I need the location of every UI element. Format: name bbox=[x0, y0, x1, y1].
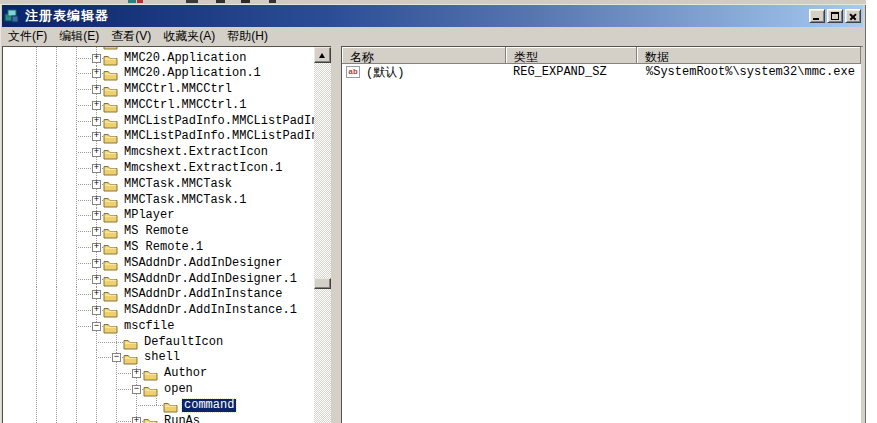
tree-item-label[interactable]: Author bbox=[162, 367, 209, 380]
tree-item[interactable]: +MSAddnDr.AddInDesigner.1 bbox=[3, 272, 314, 288]
tree-guide-line bbox=[76, 272, 77, 288]
tree-item-label[interactable]: Mmcshext.ExtractIcon.1 bbox=[122, 162, 284, 175]
tree-item[interactable]: +MMCCtrl.MMCCtrl.1 bbox=[3, 98, 314, 114]
minimize-button[interactable] bbox=[809, 9, 825, 23]
tree-item-label[interactable]: MSAddnDr.AddInInstance.1 bbox=[122, 304, 299, 317]
tree-guide-line bbox=[76, 240, 77, 256]
expand-plus-icon[interactable]: + bbox=[92, 211, 101, 220]
tree-item[interactable]: −open bbox=[3, 382, 314, 398]
value-row[interactable]: ab(默认)REG_EXPAND_SZ%SystemRoot%\system32… bbox=[342, 64, 861, 80]
column-header-type[interactable]: 类型 bbox=[506, 47, 637, 64]
tree-item[interactable]: command bbox=[3, 398, 314, 414]
menu-item-edit[interactable]: 编辑(E) bbox=[53, 26, 105, 47]
tree-guide-line bbox=[36, 240, 37, 256]
collapse-minus-icon[interactable]: − bbox=[132, 385, 141, 394]
expand-plus-icon[interactable]: + bbox=[92, 290, 101, 299]
expand-plus-icon[interactable]: + bbox=[92, 259, 101, 268]
expand-plus-icon[interactable]: + bbox=[132, 369, 141, 378]
expand-plus-icon[interactable]: + bbox=[92, 54, 101, 63]
window-title: 注册表编辑器 bbox=[25, 7, 109, 25]
tree-item-label[interactable]: MS Remote.1 bbox=[122, 241, 205, 254]
tree-item[interactable]: +MMCTask.MMCTask.1 bbox=[3, 193, 314, 209]
menu-item-file[interactable]: 文件(F) bbox=[2, 26, 53, 47]
close-button[interactable] bbox=[845, 9, 861, 23]
expand-plus-icon[interactable]: + bbox=[132, 417, 141, 423]
expand-plus-icon[interactable]: + bbox=[92, 132, 101, 141]
maximize-button[interactable] bbox=[827, 9, 843, 23]
tree-item-label[interactable]: MS Remote bbox=[122, 225, 191, 238]
expand-plus-icon[interactable]: + bbox=[92, 227, 101, 236]
tree-item[interactable]: −mscfile bbox=[3, 319, 314, 335]
tree-item-label[interactable]: shell bbox=[142, 351, 182, 364]
tree-item[interactable]: +Mmcshext.ExtractIcon bbox=[3, 145, 314, 161]
tree-guide-line bbox=[96, 382, 97, 398]
tree-item[interactable]: +MS Remote.1 bbox=[3, 240, 314, 256]
tree-guide-line bbox=[76, 129, 77, 145]
collapse-minus-icon[interactable]: − bbox=[92, 322, 101, 331]
tree-item-label[interactable]: DefaultIcon bbox=[142, 336, 225, 349]
expand-plus-icon[interactable]: + bbox=[92, 243, 101, 252]
expand-plus-icon[interactable]: + bbox=[92, 85, 101, 94]
tree-item[interactable]: +MSAddnDr.AddInDesigner bbox=[3, 256, 314, 272]
column-header-data[interactable]: 数据 bbox=[637, 47, 861, 64]
column-header-name[interactable]: 名称 bbox=[342, 47, 506, 64]
tree-item-label[interactable]: MMCCtrl.MMCCtrl bbox=[122, 83, 234, 96]
expand-plus-icon[interactable]: + bbox=[92, 101, 101, 110]
tree-item[interactable]: +MMCListPadInfo.MMCListPadInfo.1 bbox=[3, 129, 314, 145]
tree-item-label[interactable]: MMC20.Application.1 bbox=[122, 67, 263, 80]
tree-item[interactable]: +Mmcshext.ExtractIcon.1 bbox=[3, 161, 314, 177]
tree-item-label[interactable]: MSAddnDr.AddInDesigner bbox=[122, 257, 284, 270]
expand-plus-icon[interactable]: + bbox=[92, 117, 101, 126]
tree-item[interactable]: DefaultIcon bbox=[3, 335, 314, 351]
tree-item-label[interactable]: Mmcshext.ExtractIcon bbox=[122, 146, 270, 159]
tree-item[interactable]: +MPlayer bbox=[3, 208, 314, 224]
tree-item-label[interactable]: MSAddnDr.AddInDesigner.1 bbox=[122, 273, 299, 286]
expand-plus-icon[interactable]: + bbox=[92, 180, 101, 189]
tree-item-label[interactable]: MMCListPadInfo.MMCListPadInfo bbox=[122, 115, 314, 128]
tree-item-label[interactable]: MMCTask.MMCTask bbox=[122, 178, 234, 191]
tree-item-label[interactable]: RunAs bbox=[162, 415, 202, 423]
tree-item-label[interactable]: MPlayer bbox=[122, 209, 176, 222]
expand-plus-icon[interactable]: + bbox=[92, 69, 101, 78]
tree-item[interactable]: +Author bbox=[3, 366, 314, 382]
tree-item[interactable]: −shell bbox=[3, 350, 314, 366]
tree-item[interactable]: +MMCCtrl.MMCCtrl bbox=[3, 82, 314, 98]
tree-item[interactable]: +MMC20.Application bbox=[3, 51, 314, 67]
tree-guide-line bbox=[56, 398, 57, 414]
expand-plus-icon[interactable]: + bbox=[92, 164, 101, 173]
tree-item-label-selected[interactable]: command bbox=[182, 399, 236, 412]
tree-item[interactable]: +MSAddnDr.AddInInstance bbox=[3, 287, 314, 303]
tree-item-label[interactable]: open bbox=[162, 383, 195, 396]
tree-guide-line bbox=[116, 414, 117, 423]
tree-item-label[interactable]: mscfile bbox=[122, 320, 176, 333]
value-name[interactable]: (默认) bbox=[366, 64, 404, 81]
expand-plus-icon[interactable]: + bbox=[92, 306, 101, 315]
folder-icon bbox=[103, 130, 118, 143]
menu-item-favorites[interactable]: 收藏夹(A) bbox=[157, 26, 221, 47]
tree-item-label[interactable]: MMCListPadInfo.MMCListPadInfo.1 bbox=[122, 130, 314, 143]
menu-item-view[interactable]: 查看(V) bbox=[105, 26, 157, 47]
tree-guide-line bbox=[56, 303, 57, 319]
menu-item-help[interactable]: 帮助(H) bbox=[221, 26, 274, 47]
tree-guide-line bbox=[56, 350, 57, 366]
expand-plus-icon[interactable]: + bbox=[92, 275, 101, 284]
tree-item[interactable]: +RunAs bbox=[3, 414, 314, 423]
tree-item[interactable]: +MSAddnDr.AddInInstance.1 bbox=[3, 303, 314, 319]
expand-plus-icon[interactable]: + bbox=[92, 196, 101, 205]
tree-item[interactable]: +MMCTask.MMCTask bbox=[3, 177, 314, 193]
expand-plus-icon[interactable]: + bbox=[92, 148, 101, 157]
tree-item-label[interactable]: MMC20.Application bbox=[122, 52, 248, 65]
tree-item-label[interactable]: MSAddnDr.AddInInstance bbox=[122, 288, 284, 301]
tree-vertical-scrollbar[interactable] bbox=[314, 47, 331, 423]
pane-splitter[interactable] bbox=[331, 46, 341, 423]
folder-icon bbox=[143, 415, 158, 423]
tree-item[interactable]: +MS Remote bbox=[3, 224, 314, 240]
collapse-minus-icon[interactable]: − bbox=[112, 353, 121, 362]
title-bar[interactable]: 注册表编辑器 bbox=[2, 5, 863, 27]
scroll-up-button[interactable] bbox=[314, 47, 331, 63]
tree-item[interactable]: +MMC20.Application.1 bbox=[3, 66, 314, 82]
tree-item[interactable]: +MMCListPadInfo.MMCListPadInfo bbox=[3, 114, 314, 130]
scrollbar-thumb[interactable] bbox=[314, 278, 331, 289]
tree-item-label[interactable]: MMCCtrl.MMCCtrl.1 bbox=[122, 99, 248, 112]
tree-item-label[interactable]: MMCTask.MMCTask.1 bbox=[122, 194, 248, 207]
